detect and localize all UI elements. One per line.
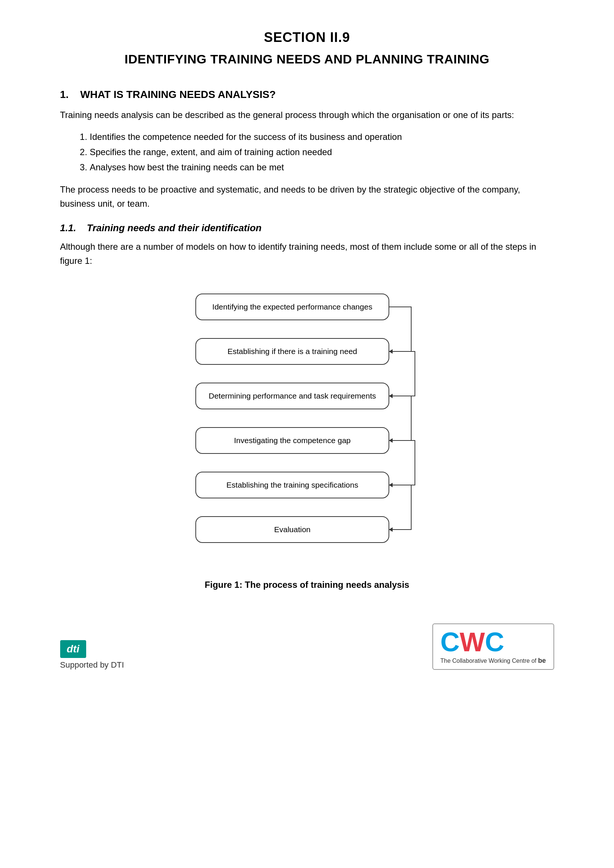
cwc-letter-c2: C	[485, 629, 504, 656]
cwc-text-row: C W C	[440, 629, 546, 656]
svg-text:Determining performance and ta: Determining performance and task require…	[208, 392, 376, 400]
cwc-letter-c1: C	[440, 629, 460, 656]
list-item: Specifies the range, extent, and aim of …	[90, 145, 554, 160]
dti-supported-text: Supported by DTI	[60, 660, 124, 670]
svg-text:Identifying the expected perfo: Identifying the expected performance cha…	[212, 302, 372, 311]
footer: dti Supported by DTI C W C The Collabora…	[60, 612, 554, 670]
list-item: Identifies the competence needed for the…	[90, 130, 554, 145]
dti-logo: dti Supported by DTI	[60, 640, 124, 670]
svg-text:Establishing the training spec: Establishing the training specifications	[226, 480, 358, 489]
para2: The process needs to be proactive and sy…	[60, 183, 554, 211]
cwc-subtitle: The Collaborative Working Centre of be	[440, 657, 546, 665]
svg-text:Evaluation: Evaluation	[274, 525, 310, 534]
cwc-letter-w: W	[460, 629, 485, 656]
main-title: IDENTIFYING TRAINING NEEDS AND PLANNING …	[60, 52, 554, 67]
heading2-number: 1.1.	[60, 222, 76, 233]
section-title: SECTION II.9	[60, 30, 554, 45]
svg-text:Establishing if there is a tra: Establishing if there is a training need	[227, 347, 357, 355]
cwc-logo: C W C The Collaborative Working Centre o…	[432, 623, 554, 670]
heading2-text: Training needs and their identification	[87, 222, 261, 233]
svg-marker-14	[389, 527, 393, 532]
diagram-container: Identifying the expected performance cha…	[60, 287, 554, 569]
para3: Although there are a number of models on…	[60, 240, 554, 268]
svg-text:Investigating the competence g: Investigating the competence gap	[234, 436, 350, 445]
dti-label: dti	[60, 640, 86, 658]
cwc-border: C W C The Collaborative Working Centre o…	[432, 623, 554, 670]
numbered-list: Identifies the competence needed for the…	[90, 130, 554, 175]
page-container: SECTION II.9 IDENTIFYING TRAINING NEEDS …	[60, 30, 554, 670]
figure-caption: Figure 1: The process of training needs …	[60, 580, 554, 590]
heading1-number: 1.	[60, 89, 69, 100]
intro-text: Training needs analysis can be described…	[60, 108, 554, 122]
heading-1: 1. WHAT IS TRAINING NEEDS ANALYSIS?	[60, 89, 554, 101]
heading1-text: WHAT IS TRAINING NEEDS ANALYSIS?	[80, 89, 276, 100]
list-item: Analyses how best the training needs can…	[90, 160, 554, 175]
heading-2: 1.1. Training needs and their identifica…	[60, 222, 554, 234]
flow-diagram: Identifying the expected performance cha…	[174, 287, 441, 569]
cwc-be: be	[538, 657, 546, 664]
